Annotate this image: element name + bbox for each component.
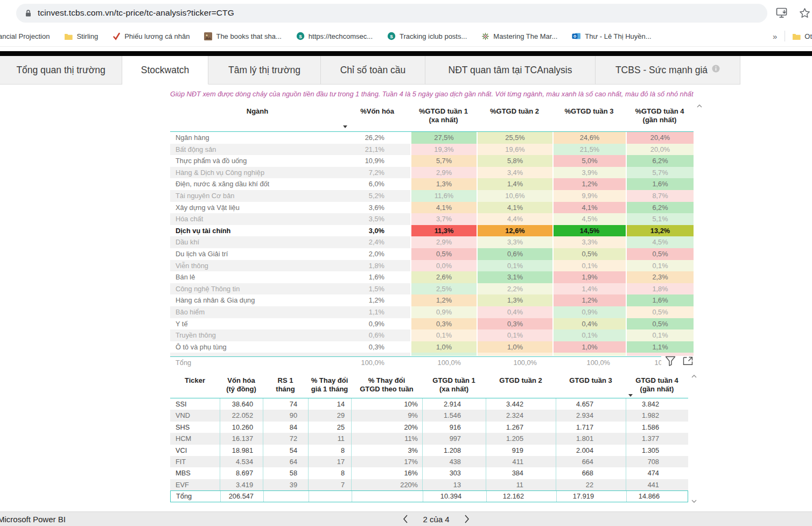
column-header-col1[interactable]: Vốn hóa(tỷ đồng)	[220, 371, 263, 398]
sector-row[interactable]: Bán lẻ1,6%2,6%3,1%1,9%2,3%	[170, 271, 694, 283]
heat-cell: 4,5%	[626, 236, 694, 249]
bookmark-mastering[interactable]: Mastering The Mar...	[481, 32, 557, 40]
tab-chi-so-toan-cau[interactable]: Chỉ số toàn cầu	[321, 56, 425, 85]
check-icon	[113, 32, 121, 40]
prev-page-button[interactable]	[403, 515, 408, 523]
column-header-col2[interactable]: RS 1tháng	[263, 371, 308, 398]
address-bar[interactable]: tcinvest.tcbs.com.vn/tc-price/tc-analysi…	[16, 4, 767, 23]
sector-row[interactable]: Điện, nước & xăng dầu khí đốt6,0%1,3%1,4…	[170, 178, 694, 190]
ticker-row[interactable]: EVF3.419397220%131122441	[170, 479, 688, 490]
sector-row[interactable]: Tài nguyên Cơ bản5,2%11,6%10,6%9,9%8,7%	[170, 190, 694, 202]
bookmark-financial-projection[interactable]: ancial Projection	[0, 32, 50, 40]
sector-row[interactable]: Y tế0,9%0,3%0,3%0,4%0,5%	[170, 318, 694, 330]
column-header-nganh[interactable]: Ngành	[170, 102, 345, 131]
folder-icon	[64, 32, 73, 40]
tab-tong-quan-thi-truong[interactable]: Tổng quan thị trường	[0, 56, 122, 85]
heat-cell: 5,0%	[552, 155, 626, 167]
column-header-gtgd-tuan-1[interactable]: %GTGD tuần 1 (xa nhất)	[410, 102, 477, 131]
ticker-row[interactable]: SHS10.260842520%9161.2671.7171.586	[170, 422, 688, 433]
next-page-button[interactable]	[464, 515, 470, 523]
tab-suc-manh-gia[interactable]: TCBS - Sức mạnh giá	[596, 56, 740, 85]
value-cell: 1.546	[422, 410, 486, 421]
value-cell: 90	[263, 410, 308, 421]
heat-cell: 8,7%	[626, 190, 694, 202]
ticker-row[interactable]: SSI38.640741410%2.9143.4424.6573.842	[170, 398, 688, 410]
header-line1: Ticker	[185, 376, 205, 384]
column-header-col7[interactable]: GTGD tuần 3	[556, 371, 626, 398]
value-cell: 220%	[351, 479, 422, 490]
heat-cell: 1,3%	[410, 178, 477, 191]
focus-mode-icon[interactable]	[683, 356, 693, 369]
ticker-row[interactable]: MBS8.69758816%303384668474	[170, 467, 688, 479]
sort-descending-icon[interactable]	[628, 394, 633, 397]
sector-row[interactable]: Công nghệ Thông tin1,5%2,5%2,2%1,4%1,8%	[170, 283, 694, 295]
heat-cell: 0,1%	[626, 260, 694, 272]
tab-stockwatch[interactable]: Stockwatch	[122, 56, 208, 85]
column-header-gtgd-tuan-4[interactable]: %GTGD tuần 4 (gần nhất)	[626, 102, 694, 131]
column-header-col4[interactable]: % Thay đổiGTGD theo tuần	[351, 371, 422, 398]
sector-name-cell: Hóa chất	[170, 213, 345, 226]
sector-row[interactable]: Hàng & Dịch vụ Công nghiệp7,2%2,9%3,4%3,…	[170, 167, 694, 179]
scroll-down-icon[interactable]	[691, 500, 697, 503]
tab-label: Tâm lý thị trường	[228, 65, 300, 76]
sector-cap-cell: 0,9%	[345, 318, 410, 331]
sector-row[interactable]: Xây dựng và Vật liệu3,6%4,1%4,1%4,1%6,2%	[170, 202, 694, 214]
sector-row[interactable]: Truyền thông0,6%0,1%0,1%0,1%0,1%	[170, 329, 694, 341]
ticker-row[interactable]: FIT4.534641717%438411664708	[170, 456, 688, 467]
column-header-col6[interactable]: GTGD tuần 2	[486, 371, 556, 398]
value-cell: 11	[308, 433, 351, 444]
bookmarks-overflow-chevron[interactable]: »	[769, 32, 780, 41]
column-header-gtgd-tuan-2[interactable]: %GTGD tuần 2	[477, 102, 552, 131]
ticker-row[interactable]: HCM16.137721111%9971.2051.8011.377	[170, 433, 688, 444]
sector-row[interactable]: Dầu khí2,4%2,9%3,3%3,3%4,5%	[170, 236, 694, 248]
lock-icon[interactable]	[25, 9, 32, 17]
sector-row[interactable]: Bất động sản21,1%19,3%19,6%21,5%20,0%	[170, 144, 694, 156]
value-cell: 708	[626, 456, 688, 467]
info-icon[interactable]	[712, 65, 720, 73]
column-header-col3[interactable]: % Thay đổigiá 1 tháng	[308, 371, 351, 398]
bookmark-stirling[interactable]: Stirling	[64, 32, 98, 40]
column-header-von-hoa[interactable]: %Vốn hóa	[345, 102, 410, 131]
sector-row[interactable]: Thực phẩm và đồ uống10,9%5,7%5,8%5,0%6,2…	[170, 155, 694, 167]
tab-tam-ly-thi-truong[interactable]: Tâm lý thị trường	[208, 56, 321, 85]
sector-row[interactable]: Hàng cá nhân & Gia dụng1,2%1,2%1,3%1,2%1…	[170, 294, 694, 306]
sector-row[interactable]: Du lịch và Giải trí2,0%0,5%0,6%0,5%0,5%	[170, 248, 694, 260]
value-cell: 16.137	[220, 433, 263, 444]
ticker-row[interactable]: VND22.05290299%1.5462.3242.9341.982	[170, 410, 688, 421]
ticker-row[interactable]: VCI18.9815483%1.2089192.0041.305	[170, 445, 688, 456]
bookmark-iclub[interactable]: sTracking iclub posts...	[387, 32, 467, 40]
sector-row[interactable]: Ô tô và phụ tùng0,3%1,0%1,0%1,0%1,1%	[170, 341, 694, 353]
sector-cap-cell: 0,3%	[345, 341, 410, 354]
column-header-col5[interactable]: GTGD tuần 1(xa nhất)	[422, 371, 486, 398]
bookmark-books[interactable]: The books that sha...	[204, 32, 281, 40]
sector-row[interactable]: Viễn thông1,8%0,0%0,1%0,1%0,1%	[170, 260, 694, 272]
bookmark-label: The books that sha...	[216, 32, 281, 40]
bookmark-techcomsec[interactable]: shttps://techcomsec...	[296, 32, 373, 40]
send-to-devices-icon[interactable]	[776, 8, 788, 18]
sector-row[interactable]: Bảo hiểm1,1%0,9%0,4%0,9%0,5%	[170, 306, 694, 318]
bookmark-mail[interactable]: oThư - Lê Thị Huyền...	[572, 32, 651, 40]
heat-cell: 3,7%	[410, 213, 477, 226]
total-value-cell: 100,0%	[552, 357, 626, 368]
scroll-up-icon[interactable]	[697, 104, 702, 108]
sector-row[interactable]: Ngân hàng26,2%27,5%25,5%24,6%20,4%	[170, 132, 694, 144]
heat-cell: 0,5%	[410, 248, 477, 261]
filter-icon[interactable]	[665, 356, 676, 369]
bookmark-label: Tracking iclub posts...	[400, 32, 467, 40]
sort-descending-icon[interactable]	[343, 125, 347, 128]
column-header-gtgd-tuan-3[interactable]: %GTGD tuần 3	[552, 102, 626, 131]
sector-name-cell: Tài nguyên Cơ bản	[170, 190, 345, 202]
sector-row[interactable]: Hóa chất3,5%3,7%4,4%4,5%5,1%	[170, 213, 694, 225]
bookmark-star-icon[interactable]	[799, 8, 810, 19]
tab-ndt-quan-tam[interactable]: NĐT quan tâm tại TCAnalysis	[425, 56, 596, 85]
heat-cell: 11,6%	[410, 190, 477, 202]
bookmark-other-folder[interactable]: Ot	[792, 32, 812, 40]
value-cell: 64	[263, 456, 308, 467]
column-header-col8[interactable]: GTGD tuần 4(gần nhất)	[626, 371, 688, 398]
scroll-up-icon[interactable]	[691, 375, 697, 378]
header-line1: % Thay đổi	[368, 376, 405, 384]
bookmark-phieu-luong[interactable]: Phiếu lương cá nhân	[113, 32, 190, 40]
sector-row[interactable]: Dịch vụ tài chính3,0%11,3%12,6%14,5%13,2…	[170, 225, 694, 237]
column-header-ticker[interactable]: Ticker	[170, 371, 220, 398]
heat-cell: 1,3%	[477, 294, 552, 307]
